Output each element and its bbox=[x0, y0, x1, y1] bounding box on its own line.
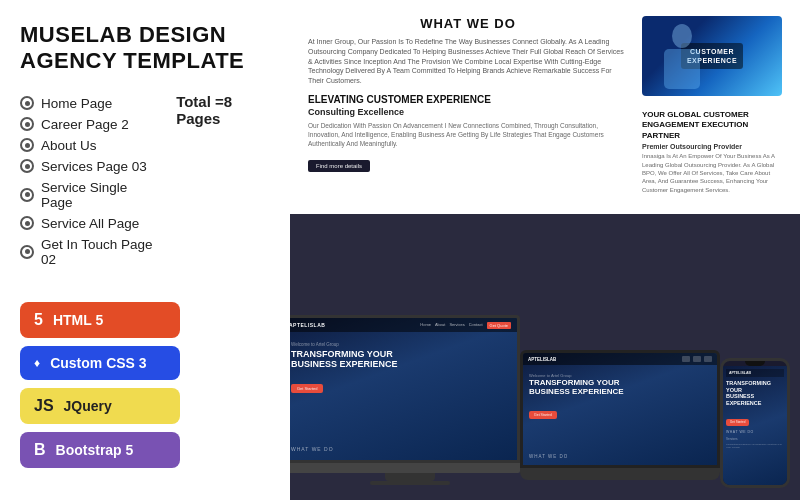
laptop-cta-button: Get Started bbox=[529, 411, 557, 419]
laptop-base bbox=[520, 468, 720, 480]
svg-rect-1 bbox=[664, 49, 700, 89]
top-content-section: WHAT WE DO At Inner Group, Our Passion I… bbox=[290, 0, 800, 214]
monitor-navbar: APTELISLAB Home About Services Contact G… bbox=[290, 318, 517, 332]
laptop-hero: Welcome to Artel Group TRANSFORMING YOUR… bbox=[523, 365, 717, 428]
customer-experience-image: CUSTOMEREXPERIENCE bbox=[642, 16, 782, 96]
desktop-monitor-mockup: APTELISLAB Home About Services Contact G… bbox=[290, 315, 540, 490]
monitor-nav-links: Home About Services Contact Get Quote bbox=[420, 322, 511, 329]
right-panel: WHAT WE DO At Inner Group, Our Passion I… bbox=[290, 0, 800, 500]
nav-bullet-service-single bbox=[20, 188, 34, 202]
nav-bullet-home bbox=[20, 96, 34, 110]
phone-mockup: APTELISLAB TRANSFORMING YOURBUSINESSEXPE… bbox=[720, 358, 790, 488]
monitor-stand bbox=[385, 473, 435, 481]
nav-item-about[interactable]: About Us bbox=[20, 135, 156, 156]
monitor-hero: Welcome to Artel Group TRANSFORMING YOUR… bbox=[290, 332, 517, 404]
badge-bootstrap5[interactable]: B Bootstrap 5 bbox=[20, 432, 180, 468]
consulting-description: Our Dedication With Passion On Advanceme… bbox=[308, 121, 628, 148]
top-description: At Inner Group, Our Passion Is To Redefi… bbox=[308, 37, 628, 86]
nav-item-services-03[interactable]: Services Page 03 bbox=[20, 156, 156, 177]
monitor-base bbox=[290, 463, 520, 473]
person-illustration bbox=[652, 21, 712, 91]
premier-label: Premier Outsourcing Provider bbox=[642, 143, 782, 150]
laptop-mockup: APTELISLAB Welcome to Artel Group TRANSF… bbox=[520, 350, 720, 500]
nav-item-service-single[interactable]: Service Single Page bbox=[20, 177, 156, 213]
nav-item-home[interactable]: Home Page bbox=[20, 93, 156, 114]
mockup-section: APTELISLAB Home About Services Contact G… bbox=[290, 214, 800, 500]
nav-bullet-contact bbox=[20, 245, 34, 259]
nav-bullet-services03 bbox=[20, 159, 34, 173]
nav-list: Home Page Career Page 2 About Us Service… bbox=[20, 93, 156, 270]
nav-item-service-all[interactable]: Service All Page bbox=[20, 213, 156, 234]
phone-body: APTELISLAB TRANSFORMING YOURBUSINESSEXPE… bbox=[720, 358, 790, 488]
nav-bullet-career bbox=[20, 117, 34, 131]
tech-badges: 5 HTML 5 ♦ Custom CSS 3 JS JQuery B Boot… bbox=[20, 302, 270, 468]
html5-icon: 5 bbox=[34, 311, 43, 329]
brand-title: MUSELAB DESIGN AGENCY TEMPLATE bbox=[20, 22, 270, 75]
monitor-welcome-text: Welcome to Artel Group bbox=[291, 342, 509, 347]
top-right-content: CUSTOMEREXPERIENCE YOUR GLOBAL CUSTOMER … bbox=[642, 16, 782, 198]
svg-point-0 bbox=[672, 24, 692, 48]
laptop-nav-right bbox=[682, 356, 712, 362]
what-we-do-title: WHAT WE DO bbox=[308, 16, 628, 31]
top-left-content: WHAT WE DO At Inner Group, Our Passion I… bbox=[308, 16, 642, 198]
monitor-foot bbox=[370, 481, 450, 485]
monitor-cta-button: Get Started bbox=[291, 384, 323, 393]
phone-small-desc: Consulting Excellence And Business Solut… bbox=[726, 443, 784, 450]
global-partner-section: YOUR GLOBAL CUSTOMER ENGAGEMENT EXECUTIO… bbox=[642, 106, 782, 198]
phone-what-we-do: WHAT WE DO bbox=[726, 430, 784, 434]
monitor-what-we-do: WHAT WE DO bbox=[291, 446, 334, 452]
total-pages-label: Total =8 Pages bbox=[176, 93, 270, 127]
consulting-label: Consulting Excellence bbox=[308, 107, 628, 117]
phone-logo: APTELISLAB bbox=[726, 369, 784, 377]
css3-icon: ♦ bbox=[34, 356, 40, 370]
monitor-headline: TRANSFORMING YOURBUSINESS EXPERIENCE bbox=[291, 349, 509, 370]
laptop-headline: TRANSFORMING YOURBUSINESS EXPERIENCE bbox=[529, 379, 711, 397]
global-title: YOUR GLOBAL CUSTOMER ENGAGEMENT EXECUTIO… bbox=[642, 110, 782, 141]
phone-screen: APTELISLAB TRANSFORMING YOURBUSINESSEXPE… bbox=[723, 366, 787, 485]
badge-css3[interactable]: ♦ Custom CSS 3 bbox=[20, 346, 180, 380]
badge-jquery[interactable]: JS JQuery bbox=[20, 388, 180, 424]
nav-item-career[interactable]: Career Page 2 bbox=[20, 114, 156, 135]
monitor-screen: APTELISLAB Home About Services Contact G… bbox=[290, 315, 520, 463]
left-panel: MUSELAB DESIGN AGENCY TEMPLATE Home Page… bbox=[0, 0, 290, 500]
phone-cta-button: Get Started bbox=[726, 419, 749, 426]
js-icon: JS bbox=[34, 397, 54, 415]
laptop-screen: APTELISLAB Welcome to Artel Group TRANSF… bbox=[520, 350, 720, 468]
bootstrap-icon: B bbox=[34, 441, 46, 459]
find-more-button[interactable]: Find more details bbox=[308, 160, 370, 172]
nav-bullet-about bbox=[20, 138, 34, 152]
partner-description: Innasiga Is At An Empower Of Your Busine… bbox=[642, 152, 782, 194]
laptop-logo: APTELISLAB bbox=[528, 357, 556, 362]
nav-bullet-service-all bbox=[20, 216, 34, 230]
monitor-logo: APTELISLAB bbox=[290, 322, 325, 328]
nav-item-contact[interactable]: Get In Touch Page 02 bbox=[20, 234, 156, 270]
phone-services-label: Services bbox=[726, 437, 784, 441]
phone-headline: TRANSFORMING YOURBUSINESSEXPERIENCE bbox=[726, 380, 784, 406]
laptop-what-we-do: WHAT WE DO bbox=[529, 454, 568, 459]
elevating-title: ELEVATING CUSTOMER EXPERIENCE bbox=[308, 94, 628, 105]
laptop-navbar: APTELISLAB bbox=[523, 353, 717, 365]
badge-html5[interactable]: 5 HTML 5 bbox=[20, 302, 180, 338]
